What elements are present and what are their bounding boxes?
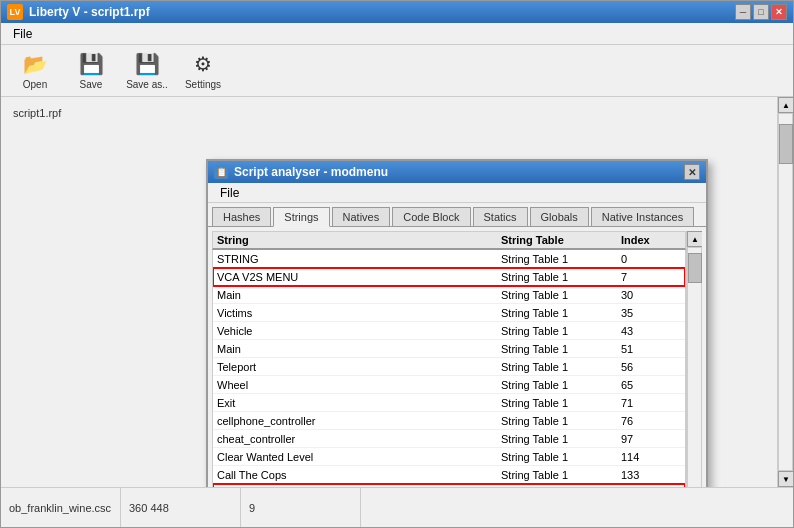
tab-native-instances[interactable]: Native Instances: [591, 207, 694, 226]
table-body[interactable]: STRINGString Table 10VCA V2S MENUString …: [212, 250, 686, 487]
open-icon: 📂: [21, 52, 49, 77]
title-bar-left: LV Liberty V - script1.rpf: [7, 4, 150, 20]
col-table-header: String Table: [501, 234, 621, 246]
minimize-button[interactable]: ─: [735, 4, 751, 20]
close-button[interactable]: ✕: [771, 4, 787, 20]
table-row[interactable]: VCA V2S MENUString Table 17: [213, 268, 685, 286]
script-analyser-dialog: 📋 Script analyser - modmenu ✕ File Hashe…: [206, 159, 708, 487]
tab-strings[interactable]: Strings: [273, 207, 329, 227]
toolbar: 📂 Open 💾 Save 💾 Save as.. ⚙ Settings: [1, 45, 793, 97]
dialog-title-bar: 📋 Script analyser - modmenu ✕: [208, 161, 706, 183]
dialog-menu: File: [208, 183, 706, 203]
open-button[interactable]: 📂 Open: [9, 49, 61, 93]
dialog-close-button[interactable]: ✕: [684, 164, 700, 180]
left-panel: script1.rpf: [1, 97, 121, 487]
status-value-2: 360 448: [129, 502, 232, 514]
table-row[interactable]: cellphone_controllerString Table 176: [213, 412, 685, 430]
status-value-3: 9: [249, 502, 352, 514]
table-row[interactable]: MainString Table 130: [213, 286, 685, 304]
table-row[interactable]: ExitString Table 171: [213, 394, 685, 412]
main-scrollbar: ▲ ▼: [777, 97, 793, 487]
save-as-button[interactable]: 💾 Save as..: [121, 49, 173, 93]
dialog-file-menu[interactable]: File: [212, 184, 247, 202]
main-window: LV Liberty V - script1.rpf ─ □ ✕ File 📂 …: [0, 0, 794, 528]
col-string-header: String: [217, 234, 501, 246]
title-bar: LV Liberty V - script1.rpf ─ □ ✕: [1, 1, 793, 23]
menu-bar: File: [1, 23, 793, 45]
status-bar: ob_franklin_wine.csc 360 448 9: [1, 487, 793, 527]
table-row[interactable]: Clear Wanted LevelString Table 1114: [213, 448, 685, 466]
table-row[interactable]: MainString Table 151: [213, 340, 685, 358]
maximize-button[interactable]: □: [753, 4, 769, 20]
table-row[interactable]: WheelString Table 165: [213, 376, 685, 394]
table-row[interactable]: Call The CopsString Table 1133: [213, 466, 685, 484]
table-scroll-thumb[interactable]: [688, 253, 702, 283]
scrollbar-thumb[interactable]: [779, 124, 793, 164]
scroll-up-button[interactable]: ▲: [778, 97, 793, 113]
status-cell-1: ob_franklin_wine.csc: [1, 488, 121, 527]
status-value-1: ob_franklin_wine.csc: [9, 502, 112, 514]
table-area: String String Table Index STRINGString T…: [208, 227, 706, 487]
title-controls: ─ □ ✕: [735, 4, 787, 20]
scroll-down-button[interactable]: ▼: [778, 471, 793, 487]
status-cell-3: 9: [241, 488, 361, 527]
save-button[interactable]: 💾 Save: [65, 49, 117, 93]
table-row[interactable]: VictimsString Table 135: [213, 304, 685, 322]
dialog-title-left: 📋 Script analyser - modmenu: [214, 165, 388, 179]
window-title: Liberty V - script1.rpf: [29, 5, 150, 19]
save-as-icon: 💾: [133, 52, 161, 77]
table-scrollbar: ▲ ▼: [686, 231, 702, 487]
app-icon: LV: [7, 4, 23, 20]
sidebar-item-script[interactable]: script1.rpf: [9, 105, 113, 121]
table-row[interactable]: STRINGString Table 10: [213, 250, 685, 268]
scrollbar-track: [778, 113, 793, 471]
table-row[interactable]: Pole DanceString Table 1147: [213, 484, 685, 487]
table-row[interactable]: VehicleString Table 143: [213, 322, 685, 340]
table-header: String String Table Index: [212, 231, 686, 250]
col-index-header: Index: [621, 234, 681, 246]
tab-globals[interactable]: Globals: [530, 207, 589, 226]
tab-natives[interactable]: Natives: [332, 207, 391, 226]
file-menu[interactable]: File: [5, 25, 40, 43]
tab-code-block[interactable]: Code Block: [392, 207, 470, 226]
save-icon: 💾: [77, 52, 105, 77]
table-row[interactable]: cheat_controllerString Table 197: [213, 430, 685, 448]
dialog-title: Script analyser - modmenu: [234, 165, 388, 179]
table-scroll-up[interactable]: ▲: [687, 231, 702, 247]
settings-button[interactable]: ⚙ Settings: [177, 49, 229, 93]
table-row[interactable]: TeleportString Table 156: [213, 358, 685, 376]
settings-icon: ⚙: [189, 52, 217, 77]
tabs-container: Hashes Strings Natives Code Block Static…: [208, 203, 706, 227]
tab-hashes[interactable]: Hashes: [212, 207, 271, 226]
status-cell-2: 360 448: [121, 488, 241, 527]
dialog-icon: 📋: [214, 165, 228, 179]
tab-statics[interactable]: Statics: [473, 207, 528, 226]
table-scroll-track: [687, 247, 702, 487]
